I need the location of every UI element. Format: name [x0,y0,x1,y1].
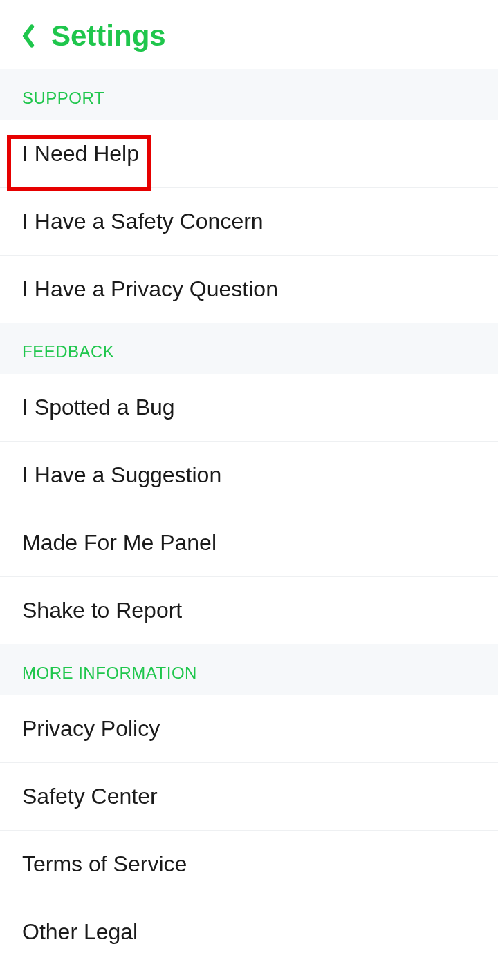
row-label: Other Legal [22,919,138,944]
section-header-more-information: MORE INFORMATION [0,644,498,695]
row-label: I Need Help [22,141,139,166]
page-title: Settings [51,19,166,53]
row-i-need-help[interactable]: I Need Help [0,120,498,188]
row-label: Privacy Policy [22,716,160,741]
row-safety-concern[interactable]: I Have a Safety Concern [0,188,498,256]
row-label: Terms of Service [22,851,187,876]
section-header-feedback: FEEDBACK [0,323,498,374]
row-terms-of-service[interactable]: Terms of Service [0,831,498,898]
back-chevron-icon[interactable] [21,24,36,48]
row-safety-center[interactable]: Safety Center [0,763,498,831]
row-label: I Have a Suggestion [22,462,221,487]
section-header-support: SUPPORT [0,69,498,120]
row-suggestion[interactable]: I Have a Suggestion [0,442,498,509]
row-made-for-me-panel[interactable]: Made For Me Panel [0,509,498,577]
row-label: Shake to Report [22,598,182,623]
row-label: I Have a Privacy Question [22,276,278,301]
row-privacy-policy[interactable]: Privacy Policy [0,695,498,763]
row-label: I Have a Safety Concern [22,209,264,234]
row-privacy-question[interactable]: I Have a Privacy Question [0,256,498,323]
row-spotted-bug[interactable]: I Spotted a Bug [0,374,498,442]
page-header: Settings [0,0,498,69]
row-other-legal[interactable]: Other Legal [0,898,498,965]
row-label: Made For Me Panel [22,530,216,555]
row-label: I Spotted a Bug [22,395,175,420]
row-label: Safety Center [22,784,158,809]
row-shake-to-report[interactable]: Shake to Report [0,577,498,644]
